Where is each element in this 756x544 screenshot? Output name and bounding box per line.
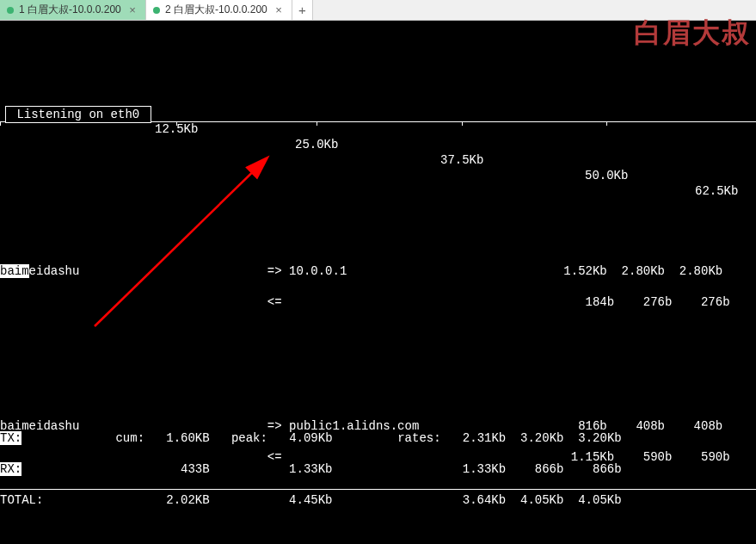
rate-40s: 2.80Kb: [679, 264, 722, 278]
rx-r3: 866b: [593, 462, 622, 476]
tx-r2: 3.20Kb: [520, 431, 563, 445]
total-peak: 4.45Kb: [289, 493, 332, 507]
rx-r1: 1.33Kb: [463, 462, 506, 476]
tab-label: 1 白眉大叔-10.0.0.200: [19, 3, 121, 17]
bandwidth-scale: Listening on eth0 12.5Kb 25.0Kb 37.5Kb 5…: [0, 98, 756, 129]
total-r1: 3.64Kb: [463, 493, 506, 507]
cum-label: cum:: [115, 431, 144, 445]
status-dot-icon: [153, 7, 160, 14]
rx-r2: 866b: [535, 462, 564, 476]
footer-stats: TX: cum: 1.60KB peak: 4.09Kb rates: 2.31…: [0, 415, 756, 539]
connection-row: baimeidashu => 10.0.0.1 1.52Kb 2.80Kb 2.…: [0, 248, 756, 341]
rates-label: rates:: [397, 431, 440, 445]
source-host: baimeidashu: [0, 264, 79, 278]
close-icon[interactable]: ×: [273, 4, 285, 16]
listening-label: Listening on eth0: [5, 106, 151, 123]
rx-cum: 433B: [181, 462, 210, 476]
rate-10s: 276b: [643, 295, 673, 309]
total-cum: 2.02KB: [166, 493, 209, 507]
rate-40s: 276b: [701, 295, 730, 309]
tab-label: 2 白眉大叔-10.0.0.200: [165, 3, 267, 17]
status-dot-icon: [7, 7, 14, 14]
close-icon[interactable]: ×: [126, 4, 138, 16]
scale-tick-label: 62.5Kb: [695, 183, 738, 199]
tx-label: TX:: [0, 431, 22, 445]
rate-2s: 1.52Kb: [563, 264, 606, 278]
dest-host: 10.0.0.1: [289, 264, 347, 278]
rate-2s: 184b: [586, 295, 615, 309]
total-label: TOTAL:: [0, 493, 43, 507]
total-r3: 4.05Kb: [578, 493, 621, 507]
tab-1[interactable]: 1 白眉大叔-10.0.0.200 ×: [0, 0, 146, 20]
tx-r1: 2.31Kb: [463, 431, 506, 445]
watermark-text: 白眉大叔: [634, 17, 751, 48]
rx-peak: 1.33Kb: [289, 462, 332, 476]
tx-cum: 1.60KB: [166, 431, 209, 445]
rate-10s: 2.80Kb: [622, 264, 665, 278]
scale-tick-label: 25.0Kb: [295, 137, 338, 152]
tab-2[interactable]: 2 白眉大叔-10.0.0.200 ×: [146, 0, 292, 20]
arrow-out-icon: =>: [267, 264, 282, 278]
scale-tick-label: 50.0Kb: [585, 168, 628, 183]
peak-label: peak:: [231, 431, 267, 445]
tx-r3: 3.20Kb: [578, 431, 621, 445]
terminal-output: 白眉大叔 Listening on eth0 12.5Kb 25.0Kb 37.…: [0, 21, 756, 544]
total-r2: 4.05Kb: [520, 493, 563, 507]
add-tab-button[interactable]: +: [292, 0, 313, 20]
arrow-in-icon: <=: [267, 295, 282, 309]
rx-label: RX:: [0, 462, 22, 476]
tx-peak: 4.09Kb: [289, 431, 332, 445]
scale-tick-label: 37.5Kb: [440, 152, 483, 168]
